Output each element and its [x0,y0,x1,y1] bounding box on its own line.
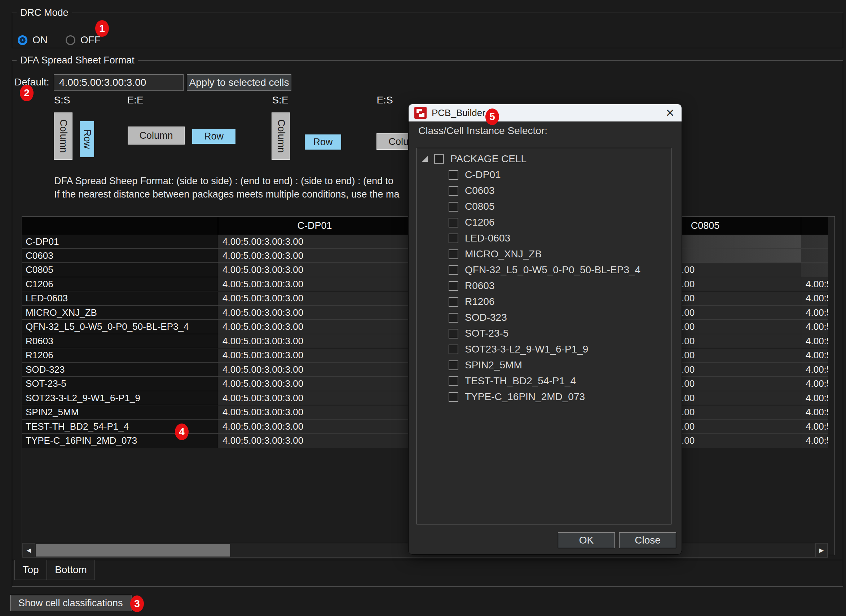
expand-triangle-icon[interactable] [422,156,428,162]
default-value-input[interactable] [54,74,184,91]
value-cell[interactable]: 4.00:5.00:3.00:3.00 [218,405,411,419]
row-header-SOT23-3-L2_9-W1_6-P1_9[interactable]: SOT23-3-L2_9-W1_6-P1_9 [22,391,218,405]
value-cell[interactable]: 4.00:5.00:3.00:3.00 [218,263,411,277]
value-cell[interactable]: 4.00:5.00:3.00:3.00 [801,391,828,405]
dialog-close-icon[interactable]: ✕ [662,105,678,121]
tree-item-SOT23-3-L2_9-W1_6-P1_9[interactable]: SOT23-3-L2_9-W1_6-P1_9 [449,341,588,357]
tree-item-QFN-32_L5_0-W5_0-P0_50-BL-EP3_4[interactable]: QFN-32_L5_0-W5_0-P0_50-BL-EP3_4 [449,262,640,278]
checkbox-SOT23-3-L2_9-W1_6-P1_9[interactable] [449,345,458,354]
tree-root-row[interactable]: PACKAGE CELL [422,151,526,167]
tree-item-R1206[interactable]: R1206 [449,294,495,309]
tab-bottom[interactable]: Bottom [47,560,95,580]
column-header-C1206[interactable]: C1206 [801,217,828,235]
value-cell[interactable]: 4.00:5.00:3.00:3.00 [218,377,411,391]
checkbox-R0603[interactable] [449,281,458,291]
row-header-C1206[interactable]: C1206 [22,277,218,291]
drc-on-radio[interactable] [18,35,27,45]
value-cell[interactable]: 4.00:5.00:3.00:3.00 [218,306,411,320]
checkbox-QFN-32_L5_0-W5_0-P0_50-BL-EP3_4[interactable] [449,265,458,275]
se-column-button[interactable]: Column [272,113,290,160]
tree-item-MICRO_XNJ_ZB[interactable]: MICRO_XNJ_ZB [449,246,542,262]
dialog-titlebar[interactable]: PCB_Builder ✕ [408,104,682,122]
checkbox-C-DP01[interactable] [449,170,458,180]
ss-column-button[interactable]: Column [54,113,72,160]
checkbox-TEST-TH_BD2_54-P1_4[interactable] [449,376,458,386]
checkbox-C0805[interactable] [449,202,458,211]
value-cell[interactable]: 4.00:5.00:3.00:3.00 [801,334,828,348]
checkbox-package-cell[interactable] [434,154,444,164]
checkbox-SOD-323[interactable] [449,313,458,323]
tree-item-SOD-323[interactable]: SOD-323 [449,309,507,326]
value-cell[interactable]: 4.00:5.00:3.00:3.00 [801,434,828,448]
row-header-TYPE-C_16PIN_2MD_073[interactable]: TYPE-C_16PIN_2MD_073 [22,434,218,448]
checkbox-TYPE-C_16PIN_2MD_073[interactable] [449,392,458,402]
value-cell[interactable]: 4.00:5.00:3.00:3.00 [218,391,411,405]
row-header-R0603[interactable]: R0603 [22,334,218,348]
value-cell[interactable] [801,235,828,249]
value-cell[interactable]: 4.00:5.00:3.00:3.00 [218,235,411,249]
value-cell[interactable]: 4.00:5.00:3.00:3.00 [801,292,828,306]
value-cell[interactable]: 4.00:5.00:3.00:3.00 [801,377,828,391]
checkbox-LED-0603[interactable] [449,233,458,243]
value-cell[interactable]: 4.00:5.00:3.00:3.00 [801,306,828,320]
tree-item-R0603[interactable]: R0603 [449,278,495,294]
row-header-R1206[interactable]: R1206 [22,349,218,362]
row-header-C-DP01[interactable]: C-DP01 [22,235,218,249]
checkbox-C1206[interactable] [449,218,458,227]
value-cell[interactable]: 4.00:5.00:3.00:3.00 [218,419,411,434]
tree-item-SOT-23-5[interactable]: SOT-23-5 [449,326,508,341]
tree-item-C0805[interactable]: C0805 [449,199,495,214]
tree-item-TEST-TH_BD2_54-P1_4[interactable]: TEST-TH_BD2_54-P1_4 [449,373,576,389]
row-header-TEST-TH_BD2_54-P1_4[interactable]: TEST-TH_BD2_54-P1_4 [22,419,218,434]
tree-item-SPIN2_5MM[interactable]: SPIN2_5MM [449,357,522,373]
row-header-SOT-23-5[interactable]: SOT-23-5 [22,377,218,391]
row-header-C0603[interactable]: C0603 [22,249,218,263]
scroll-right-button[interactable]: ▶ [815,543,828,557]
show-cell-classifications-button[interactable]: Show cell classifications [10,595,132,611]
value-cell[interactable]: 4.00:5.00:3.00:3.00 [801,405,828,419]
row-header-MICRO_XNJ_ZB[interactable]: MICRO_XNJ_ZB [22,306,218,320]
value-cell[interactable]: 4.00:5.00:3.00:3.00 [218,349,411,362]
checkbox-MICRO_XNJ_ZB[interactable] [449,249,458,259]
value-cell[interactable]: 4.00:5.00:3.00:3.00 [218,362,411,377]
checkbox-C0603[interactable] [449,186,458,196]
scroll-left-button[interactable]: ◀ [23,543,35,557]
value-cell[interactable]: 4.00:5.00:3.00:3.00 [801,349,828,362]
scrollbar-thumb[interactable] [36,544,230,557]
row-header-SPIN2_5MM[interactable]: SPIN2_5MM [22,405,218,419]
tree-item-C0603[interactable]: C0603 [449,183,495,199]
apply-selected-cells-button[interactable]: Apply to selected cells [187,74,291,91]
tab-top[interactable]: Top [15,560,47,580]
column-header-C-DP01[interactable]: C-DP01 [218,217,411,235]
value-cell[interactable]: 4.00:5.00:3.00:3.00 [801,419,828,434]
row-header-LED-0603[interactable]: LED-0603 [22,292,218,306]
close-button[interactable]: Close [619,532,676,548]
tree-item-C1206[interactable]: C1206 [449,214,495,230]
checkbox-R1206[interactable] [449,297,458,307]
value-cell[interactable] [801,249,828,263]
tree-item-LED-0603[interactable]: LED-0603 [449,230,510,246]
value-cell[interactable]: 4.00:5.00:3.00:3.00 [218,277,411,291]
ee-row-button[interactable]: Row [192,129,235,144]
value-cell[interactable]: 4.00:5.00:3.00:3.00 [801,320,828,334]
se-row-button[interactable]: Row [305,135,341,150]
value-cell[interactable]: 4.00:5.00:3.00:3.00 [218,292,411,306]
tree-item-C-DP01[interactable]: C-DP01 [449,167,501,183]
ss-row-button[interactable]: Row [80,121,94,157]
ok-button[interactable]: OK [558,532,615,548]
value-cell[interactable]: 4.00:5.00:3.00:3.00 [801,362,828,377]
value-cell[interactable]: 4.00:5.00:3.00:3.00 [218,249,411,263]
value-cell[interactable]: 4.00:5.00:3.00:3.00 [218,334,411,348]
checkbox-SPIN2_5MM[interactable] [449,361,458,370]
checkbox-SOT-23-5[interactable] [449,329,458,339]
value-cell[interactable] [801,263,828,277]
value-cell[interactable]: 4.00:5.00:3.00:3.00 [218,320,411,334]
row-header-QFN-32_L5_0-W5_0-P0_50-BL-EP3_4[interactable]: QFN-32_L5_0-W5_0-P0_50-BL-EP3_4 [22,320,218,334]
row-header-C0805[interactable]: C0805 [22,263,218,277]
tree-item-TYPE-C_16PIN_2MD_073[interactable]: TYPE-C_16PIN_2MD_073 [449,389,585,405]
ee-column-button[interactable]: Column [128,126,185,145]
row-header-SOD-323[interactable]: SOD-323 [22,362,218,377]
drc-off-radio[interactable] [66,35,75,45]
value-cell[interactable]: 4.00:5.00:3.00:3.00 [801,277,828,291]
value-cell[interactable]: 4.00:5.00:3.00:3.00 [218,434,411,448]
